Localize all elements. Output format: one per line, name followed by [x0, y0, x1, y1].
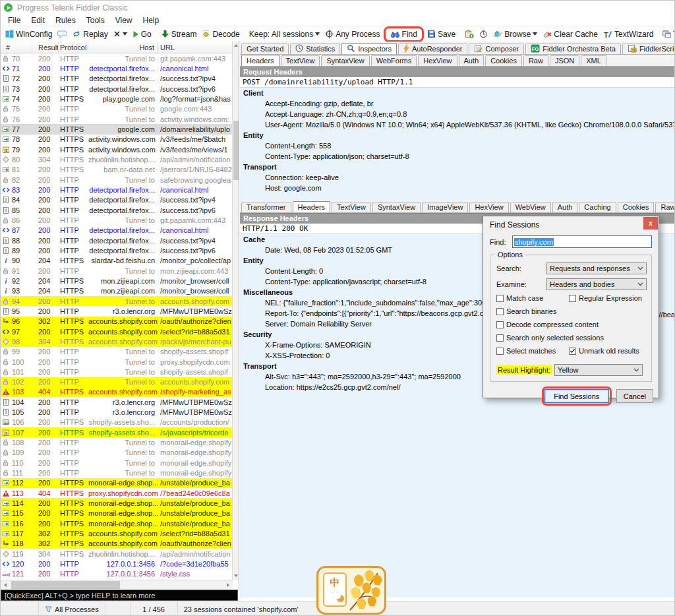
session-row[interactable]: !103404HTTPSaccounts.shopify.com/shopify…: [1, 387, 233, 397]
session-row[interactable]: 96302HTTPSaccounts.shopify.com/oauth/aut…: [1, 317, 233, 326]
session-row[interactable]: 86200HTTPTunnel togit.papamk.com:443: [1, 215, 233, 225]
request-tab-hexview[interactable]: HexView: [418, 55, 457, 66]
response-tab-raw[interactable]: Raw: [655, 202, 675, 212]
checkbox-match-case[interactable]: Match case: [496, 294, 543, 302]
session-row[interactable]: 70200HTTPTunnel togit.papamk.com:443: [1, 53, 233, 63]
toolbar-tearoff[interactable]: Tearoff: [660, 28, 675, 40]
main-tab-inspectors[interactable]: Inspectors: [341, 43, 397, 55]
session-row[interactable]: 73200HTTPdetectportal.firefox.../success…: [1, 84, 233, 94]
session-row[interactable]: !113404HTTPSproxy.shopifycdn.com/7bead24…: [1, 488, 233, 498]
session-row[interactable]: 71200HTTPdetectportal.firefox.../canonic…: [1, 63, 233, 73]
toolbar-find[interactable]: Find: [388, 28, 420, 40]
session-row[interactable]: 88200HTTPdetectportal.firefox.../success…: [1, 235, 233, 245]
request-tab-xml[interactable]: XML: [581, 55, 606, 66]
session-row[interactable]: 78200HTTPSactivity.windows.com/v3/feeds/…: [1, 135, 233, 144]
session-row[interactable]: 75200HTTPTunnel togoogle.com:443: [1, 104, 233, 114]
toolbar-timer[interactable]: [477, 28, 490, 40]
session-row[interactable]: 116200HTTPSmonorail-edge.shop.../unstabl…: [1, 518, 233, 528]
toolbar-stream[interactable]: Stream: [158, 28, 200, 40]
session-row[interactable]: 117302HTTPSaccounts.shopify.com/select?r…: [1, 528, 233, 538]
request-tab-syntaxview[interactable]: SyntaxView: [321, 55, 369, 66]
main-tab-fiddlerscript[interactable]: JSFiddlerScript: [622, 44, 675, 54]
toolbar-winconfig[interactable]: WinConfig: [3, 28, 55, 40]
session-row[interactable]: 119304HTTPSzhuolinlin.hotishop..../api/a…: [1, 549, 233, 559]
session-row[interactable]: 85200HTTPdetectportal.firefox.../success…: [1, 205, 233, 215]
session-row[interactable]: 99200HTTPTunnel toshopify-assets.shopif: [1, 347, 233, 357]
session-list-vertical-scrollbar[interactable]: [232, 42, 239, 580]
checkbox-search-binaries[interactable]: Search binaries: [496, 307, 556, 315]
response-tab-transformer[interactable]: Transformer: [241, 202, 291, 212]
session-row[interactable]: 81200HTTPSbam.nr-data.net/jserrors/1/NRJ…: [1, 165, 233, 175]
response-tab-cookies[interactable]: Cookies: [618, 202, 655, 212]
column-header-result[interactable]: Result: [32, 42, 59, 53]
column-header-protocol[interactable]: Protocol: [59, 42, 88, 53]
session-row[interactable]: 109200HTTPTunnel tomonorail-edge.shopify: [1, 448, 233, 458]
request-tab-raw[interactable]: Raw: [523, 55, 548, 66]
session-row[interactable]: 120200HTTP127.0.0.1:3456/?code=3d1e20fba…: [1, 559, 233, 569]
session-row[interactable]: 115200HTTPSmonorail-edge.shop.../unstabl…: [1, 508, 233, 518]
search-dropdown[interactable]: Requests and responses: [546, 262, 647, 274]
scroll-right-icon[interactable]: [223, 580, 233, 590]
toolbar-screenshot[interactable]: [462, 28, 477, 40]
response-tab-textview[interactable]: TextView: [332, 202, 371, 212]
horizontal-scroll-thumb[interactable]: [11, 581, 120, 589]
dialog-title-bar[interactable]: Find Sessions x: [483, 216, 659, 233]
toolbar-clear-cache[interactable]: Clear Cache: [540, 28, 601, 40]
toolbar-keep-all-sessions[interactable]: Keep: All sessions: [247, 28, 322, 40]
checkbox-select-matches[interactable]: Select matches: [496, 347, 556, 355]
find-sessions-button[interactable]: Find Sessions: [544, 389, 609, 403]
session-row[interactable]: 89200HTTPdetectportal.firefox.../success…: [1, 245, 233, 255]
request-tab-cookies[interactable]: Cookies: [485, 55, 522, 66]
session-row[interactable]: 118302HTTPSaccounts.shopify.com/oauth/au…: [1, 539, 233, 549]
session-row[interactable]: 111200HTTPTunnel tomonorail-edge.shopify: [1, 468, 233, 477]
session-row[interactable]: 110200HTTPTunnel tomonorail-edge.shopify: [1, 458, 233, 468]
toolbar-remove-sessions[interactable]: [111, 29, 130, 39]
session-row[interactable]: i92204HTTPSmon.zijieapi.com/monitor_brow…: [1, 276, 233, 286]
checkbox-unmark-old-results[interactable]: Unmark old results: [569, 347, 639, 355]
toolbar-replay[interactable]: Replay: [69, 28, 110, 40]
checkbox-decode-compressed-content[interactable]: Decode compressed content: [496, 321, 599, 328]
column-header-url[interactable]: URL: [158, 42, 233, 53]
scroll-down-icon[interactable]: [233, 572, 239, 580]
main-tab-fiddler-orchestra-beta[interactable]: FOFiddler Orchestra Beta: [525, 44, 621, 54]
response-tab-imageview[interactable]: ImageView: [422, 202, 468, 212]
scroll-up-icon[interactable]: [233, 42, 239, 49]
session-row[interactable]: 76200HTTPTunnel toactivity.windows.com:: [1, 114, 233, 124]
request-tab-json[interactable]: JSON: [550, 55, 579, 66]
toolbar-comment[interactable]: [55, 28, 69, 40]
session-row[interactable]: 112200HTTPSmonorail-edge.shop.../unstabl…: [1, 478, 233, 488]
session-row[interactable]: 77200HTTPSgoogle.com/domainreliability/u…: [1, 124, 233, 134]
response-tab-hexview[interactable]: HexView: [469, 202, 508, 212]
session-row[interactable]: 87200HTTPdetectportal.firefox.../canonic…: [1, 226, 233, 235]
session-row[interactable]: 114200HTTPSmonorail-edge.shop.../unstabl…: [1, 498, 233, 508]
session-row[interactable]: 80304HTTPSzhuolinlin.hotishop..../api/ad…: [1, 154, 233, 164]
menu-file[interactable]: File: [3, 15, 26, 26]
find-input[interactable]: shopify.com: [512, 235, 652, 248]
session-row[interactable]: i93204HTTPSmon.zijieapi.com/monitor_brow…: [1, 286, 233, 296]
request-tab-auth[interactable]: Auth: [459, 55, 484, 66]
session-row[interactable]: 100200HTTPTunnel toproxy.shopifycdn.com: [1, 357, 233, 367]
cancel-button[interactable]: Cancel: [616, 389, 653, 403]
session-row[interactable]: js79200HTTPSactivity.windows.com/v3/feed…: [1, 144, 233, 154]
response-tab-caching[interactable]: Caching: [579, 202, 616, 212]
session-row[interactable]: 98304HTTPSaccounts.shopify.com/packs/js/…: [1, 336, 233, 346]
toolbar-textwizard[interactable]: TTextWizard: [601, 28, 656, 40]
session-row[interactable]: i90204HTTPSslardar-bd.feishu.cn/monitor_…: [1, 256, 233, 266]
request-tab-headers[interactable]: Headers: [241, 55, 279, 67]
menu-tools[interactable]: Tools: [81, 15, 110, 26]
toolbar-save[interactable]: Save: [425, 28, 458, 40]
session-row[interactable]: 72200HTTPdetectportal.firefox.../success…: [1, 74, 233, 84]
session-row[interactable]: css{121200HTTP127.0.0.1:3456/style.css: [1, 569, 233, 579]
toolbar-any-process[interactable]: Any Process: [322, 28, 382, 40]
main-tab-get-started[interactable]: Get Started: [241, 44, 289, 54]
session-row[interactable]: 102200HTTPTunnel toaccounts.shopify.com: [1, 377, 233, 387]
session-list-horizontal-scrollbar[interactable]: [1, 580, 233, 590]
scroll-left-icon[interactable]: [1, 580, 10, 590]
session-row[interactable]: 83200HTTPdetectportal.firefox.../canonic…: [1, 185, 233, 195]
menu-help[interactable]: Help: [138, 15, 165, 26]
checkbox-search-only-selected-sessions[interactable]: Search only selected sessions: [496, 334, 604, 342]
session-row[interactable]: 104200HTTPr3.o.lencr.org/MFMwUTBPME0wSzA: [1, 397, 233, 407]
checkbox-regular-expression[interactable]: Regular Expression: [569, 294, 642, 302]
session-row[interactable]: 97200HTTPSaccounts.shopify.com/select?ri…: [1, 326, 233, 336]
menu-rules[interactable]: Rules: [50, 15, 81, 26]
